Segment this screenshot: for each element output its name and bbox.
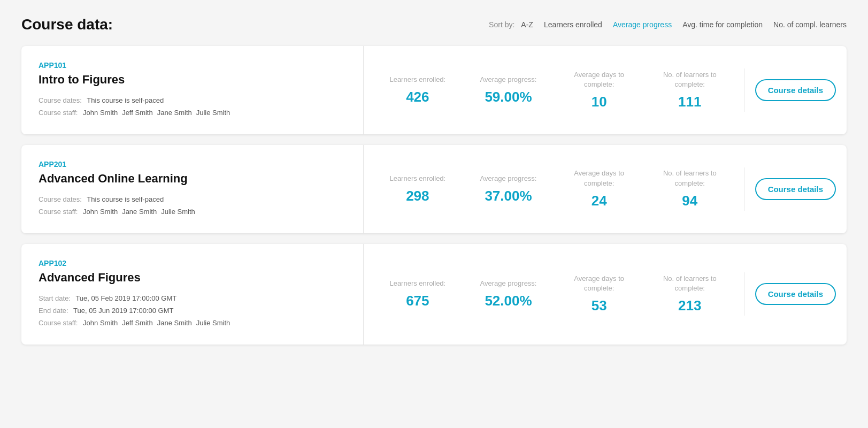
sort-avg-time[interactable]: Avg. time for completion [682,20,763,29]
course-card: APP102 Advanced Figures Start date: Tue,… [21,244,847,345]
stat-learners-value: 675 [379,293,457,309]
stat-no-learners-label: No. of learners to complete: [651,274,729,293]
course-details-button[interactable]: Course details [755,79,836,101]
course-stats: Learners enrolled: 675 Average progress:… [364,263,744,325]
page-header: Course data: Sort by: A-Z Learners enrol… [21,16,847,33]
stat-avg-days: Average days to complete: 10 [554,59,644,121]
stat-avg-days-value: 53 [560,297,638,314]
course-info: APP101 Intro to Figures Course dates: Th… [21,46,364,134]
staff-list: John SmithJeff SmithJane SmithJulie Smit… [83,319,234,327]
course-name: Advanced Online Learning [39,172,346,186]
stat-avg-progress: Average progress: 59.00% [463,64,554,116]
stat-avg-progress: Average progress: 52.00% [463,268,554,320]
course-list: APP101 Intro to Figures Course dates: Th… [21,46,847,345]
end-date-value: Tue, 05 Jun 2019 17:00:00 GMT [73,307,173,315]
stat-avg-progress-label: Average progress: [470,279,548,288]
staff-name: John Smith [83,319,118,327]
staff-name: Jeff Smith [122,109,153,117]
staff-name: Julie Smith [161,208,195,216]
course-code: APP102 [39,259,346,268]
staff-list: John SmithJeff SmithJane SmithJulie Smit… [83,109,234,117]
sort-by-label: Sort by: [489,20,514,29]
page-title: Course data: [21,16,113,33]
staff-name: John Smith [83,208,118,216]
stat-avg-days: Average days to complete: 53 [554,263,644,325]
stat-learners-enrolled: Learners enrolled: 298 [372,163,463,215]
staff-name: Jane Smith [122,208,157,216]
stat-avg-days-value: 24 [560,193,638,209]
stat-avg-progress-value: 52.00% [470,293,548,309]
staff-label: Course staff: [39,109,78,117]
stat-avg-progress-label: Average progress: [470,75,548,85]
stat-no-learners-value: 213 [651,297,729,314]
dates-value: This course is self-paced [87,96,164,104]
stat-learners-value: 426 [379,89,457,105]
staff-list: John SmithJane SmithJulie Smith [83,208,199,216]
stat-avg-days-label: Average days to complete: [560,169,638,188]
stat-avg-days: Average days to complete: 24 [554,158,644,219]
sort-average-progress[interactable]: Average progress [613,20,672,29]
stat-no-learners: No. of learners to complete: 213 [644,263,735,325]
stat-avg-days-label: Average days to complete: [560,70,638,89]
stat-no-learners-label: No. of learners to complete: [651,70,729,89]
stat-avg-progress-label: Average progress: [470,174,548,184]
start-date-label: Start date: [39,294,71,302]
stat-avg-days-value: 10 [560,94,638,110]
stat-learners-label: Learners enrolled: [379,279,457,288]
stat-avg-progress-value: 37.00% [470,188,548,204]
stat-learners-value: 298 [379,188,457,204]
stat-learners-enrolled: Learners enrolled: 675 [372,268,463,320]
course-action: Course details [744,167,847,211]
course-card: APP101 Intro to Figures Course dates: Th… [21,46,847,134]
dates-value: This course is self-paced [87,195,164,203]
staff-label: Course staff: [39,208,78,216]
course-card: APP201 Advanced Online Learning Course d… [21,145,847,233]
stat-no-learners-value: 94 [651,193,729,209]
staff-name: John Smith [83,109,118,117]
staff-label: Course staff: [39,319,78,327]
stat-avg-days-label: Average days to complete: [560,274,638,293]
stat-avg-progress: Average progress: 37.00% [463,163,554,215]
staff-name: Jeff Smith [122,319,153,327]
stat-learners-label: Learners enrolled: [379,75,457,85]
course-info: APP102 Advanced Figures Start date: Tue,… [21,244,364,345]
course-name: Intro to Figures [39,73,346,87]
sort-az[interactable]: A-Z [521,20,533,29]
staff-name: Jane Smith [157,319,192,327]
stat-no-learners-label: No. of learners to complete: [651,169,729,188]
course-code: APP101 [39,61,346,70]
sort-learners-enrolled[interactable]: Learners enrolled [544,20,602,29]
sort-options: A-Z Learners enrolled Average progress A… [521,20,847,29]
end-date-label: End date: [39,307,68,315]
course-action: Course details [744,272,847,316]
stat-no-learners-value: 111 [651,94,729,110]
stat-avg-progress-value: 59.00% [470,89,548,105]
course-name: Advanced Figures [39,271,346,285]
start-date-value: Tue, 05 Feb 2019 17:00:00 GMT [75,294,176,302]
course-action: Course details [744,68,847,112]
stat-no-learners: No. of learners to complete: 94 [644,158,735,219]
stat-learners-label: Learners enrolled: [379,174,457,184]
dates-label: Course dates: [39,96,82,104]
staff-name: Jane Smith [157,109,192,117]
stat-no-learners: No. of learners to complete: 111 [644,59,735,121]
staff-name: Julie Smith [196,109,231,117]
course-details-button[interactable]: Course details [755,178,836,200]
course-info: APP201 Advanced Online Learning Course d… [21,145,364,233]
course-stats: Learners enrolled: 298 Average progress:… [364,158,744,219]
stat-learners-enrolled: Learners enrolled: 426 [372,64,463,116]
dates-label: Course dates: [39,195,82,203]
staff-name: Julie Smith [196,319,231,327]
course-details-button[interactable]: Course details [755,283,836,305]
sort-no-compl[interactable]: No. of compl. learners [773,20,847,29]
course-code: APP201 [39,160,346,169]
course-stats: Learners enrolled: 426 Average progress:… [364,59,744,121]
